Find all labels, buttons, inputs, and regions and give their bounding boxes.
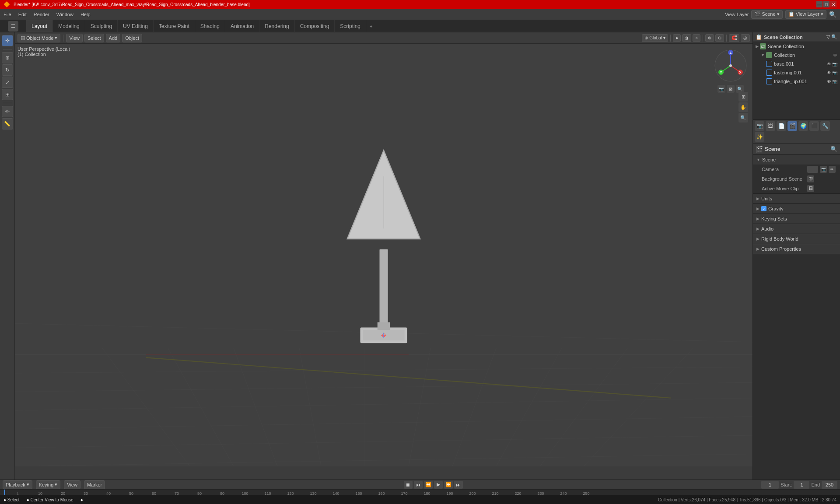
view-timeline-menu[interactable]: View: [64, 480, 80, 489]
menu-render[interactable]: Render: [30, 9, 53, 20]
start-frame-input[interactable]: 1: [794, 481, 809, 489]
grid-tool-button[interactable]: ⊞: [738, 92, 748, 102]
move-tool-button[interactable]: ⊕: [2, 52, 13, 63]
select-menu[interactable]: Select: [84, 34, 104, 42]
grab-tool-button[interactable]: ✋: [738, 102, 748, 112]
units-section-header[interactable]: ▶ Units: [753, 194, 840, 203]
add-menu[interactable]: Add: [106, 34, 121, 42]
menu-file[interactable]: File: [0, 9, 15, 20]
camera-edit-icon[interactable]: ✏: [829, 166, 836, 173]
prev-frame-button[interactable]: ⏪: [424, 481, 433, 489]
tab-rendering[interactable]: Rendering: [259, 20, 294, 32]
rotate-tool-button[interactable]: ↻: [2, 64, 13, 76]
window-controls[interactable]: — □ ✕: [816, 1, 836, 7]
view-layer-selector[interactable]: 📋 View Layer ▾: [785, 10, 826, 19]
outliner-collection[interactable]: ▼ Collection 👁: [758, 51, 840, 60]
keying-menu[interactable]: Keying ▾: [36, 480, 61, 489]
base-001-render-icon[interactable]: 📷: [832, 62, 837, 66]
overlay-toggle[interactable]: ⊚: [705, 34, 714, 42]
modifier-properties-icon[interactable]: 🔧: [820, 121, 830, 131]
scene-selector[interactable]: 🎬 Scene ▾: [751, 10, 782, 19]
output-properties-icon[interactable]: 🖼: [766, 121, 775, 131]
gizmo-toggle[interactable]: ⊙: [715, 34, 724, 42]
base-001-vis-icon[interactable]: 👁: [827, 62, 831, 66]
object-menu[interactable]: Object: [122, 34, 142, 42]
view-menu[interactable]: View: [66, 34, 83, 42]
current-frame-input[interactable]: 1: [761, 481, 779, 489]
outliner-fastering-001[interactable]: fastering.001 👁 📷: [763, 68, 840, 77]
minimize-button[interactable]: —: [816, 1, 822, 7]
world-properties-icon[interactable]: 🌍: [798, 121, 808, 131]
viewport-shading-solid[interactable]: ●: [673, 34, 681, 42]
snapping-toggle[interactable]: 🧲: [729, 34, 739, 42]
tab-modeling[interactable]: Modeling: [53, 20, 85, 32]
tab-uv-editing[interactable]: UV Editing: [118, 20, 154, 32]
menu-help[interactable]: Help: [77, 9, 94, 20]
annotate-tool-button[interactable]: ✏: [2, 106, 13, 117]
triangle-up-vis-icon[interactable]: 👁: [827, 79, 831, 84]
navigation-gizmo[interactable]: Z X Y 📷 ⊠ 🔍: [713, 48, 748, 83]
fastering-001-render-icon[interactable]: 📷: [832, 70, 837, 75]
stop-button[interactable]: ⏹: [404, 481, 413, 489]
custom-properties-section-header[interactable]: ▶ Custom Properties: [753, 244, 840, 254]
next-frame-button[interactable]: ⏩: [444, 481, 453, 489]
gravity-section-header[interactable]: ▶ ✓ Gravity: [753, 204, 840, 214]
close-button[interactable]: ✕: [830, 1, 836, 7]
camera-view-button[interactable]: 📷: [718, 85, 725, 93]
triangle-up-render-icon[interactable]: 📷: [832, 79, 837, 84]
perspective-toggle[interactable]: ⊠: [727, 85, 735, 93]
rigid-body-world-section-header[interactable]: ▶ Rigid Body World: [753, 234, 840, 244]
cursor-tool-button[interactable]: ✛: [2, 35, 13, 46]
properties-search-icon[interactable]: 🔍: [830, 146, 837, 152]
object-mode-selector[interactable]: ▤ Object Mode ▾: [18, 34, 60, 42]
end-frame-input[interactable]: 250: [822, 481, 837, 489]
background-scene-icon[interactable]: 🎬: [807, 175, 814, 182]
active-clip-icon[interactable]: 🎞: [807, 185, 814, 192]
viewport-shading-material[interactable]: ◑: [682, 34, 691, 42]
scene-properties-icon[interactable]: 🎬: [788, 121, 797, 131]
outliner-search-icon[interactable]: 🔍: [831, 34, 837, 40]
proportional-edit[interactable]: ◎: [741, 34, 750, 42]
transform-tool-button[interactable]: ⊞: [2, 89, 13, 100]
playback-menu[interactable]: Playback ▾: [3, 480, 32, 489]
skip-start-button[interactable]: ⏮: [414, 481, 423, 489]
collection-visibility-icon[interactable]: 👁: [833, 53, 837, 58]
menu-edit[interactable]: Edit: [15, 9, 30, 20]
maximize-button[interactable]: □: [823, 1, 830, 7]
workspace-icon[interactable]: ☰: [8, 21, 18, 32]
tab-shading[interactable]: Shading: [195, 20, 225, 32]
view-layer-properties-icon[interactable]: 📄: [777, 121, 786, 131]
keying-sets-section-header[interactable]: ▶ Keying Sets: [753, 214, 840, 224]
render-properties-icon[interactable]: 📷: [755, 121, 764, 131]
audio-section-header[interactable]: ▶ Audio: [753, 224, 840, 234]
tab-layout[interactable]: Layout: [26, 20, 53, 32]
viewport[interactable]: User Perspective (Local) (1) Collection …: [15, 44, 752, 466]
tab-scripting[interactable]: Scripting: [335, 20, 366, 32]
play-button[interactable]: ▶: [434, 481, 443, 489]
add-workspace-button[interactable]: +: [366, 22, 376, 31]
particles-properties-icon[interactable]: ✨: [755, 132, 764, 142]
tab-texture-paint[interactable]: Texture Paint: [154, 20, 195, 32]
tab-animation[interactable]: Animation: [225, 20, 259, 32]
gravity-checkbox[interactable]: ✓: [761, 206, 766, 211]
camera-value[interactable]: [807, 166, 818, 173]
skip-end-button[interactable]: ⏭: [454, 481, 463, 489]
outliner-scene-collection[interactable]: ▶ 🗂 Scene Collection: [753, 42, 840, 51]
viewport-shading-rendered[interactable]: ○: [693, 34, 700, 42]
outliner-triangle-up-001[interactable]: triangle_up.001 👁 📷: [763, 77, 840, 86]
zoom-tool-button[interactable]: 🔍: [738, 113, 748, 122]
fastering-001-vis-icon[interactable]: 👁: [827, 70, 831, 75]
global-local-toggle[interactable]: ⊕ Global ▾: [642, 34, 668, 42]
measure-tool-button[interactable]: 📏: [2, 118, 13, 130]
tab-sculpting[interactable]: Sculpting: [85, 20, 118, 32]
outliner-base-001[interactable]: base.001 👁 📷: [763, 60, 840, 68]
scene-section-header[interactable]: ▼ Scene: [753, 155, 840, 164]
outliner-filter-icon[interactable]: ▽: [826, 34, 830, 40]
camera-browse-icon[interactable]: 📷: [820, 166, 827, 173]
object-properties-icon[interactable]: ⬛: [809, 121, 819, 131]
scale-tool-button[interactable]: ⤢: [2, 77, 13, 88]
marker-menu[interactable]: Marker: [84, 480, 105, 489]
search-icon[interactable]: 🔍: [829, 11, 836, 18]
tab-compositing[interactable]: Compositing: [295, 20, 335, 32]
menu-window[interactable]: Window: [53, 9, 77, 20]
